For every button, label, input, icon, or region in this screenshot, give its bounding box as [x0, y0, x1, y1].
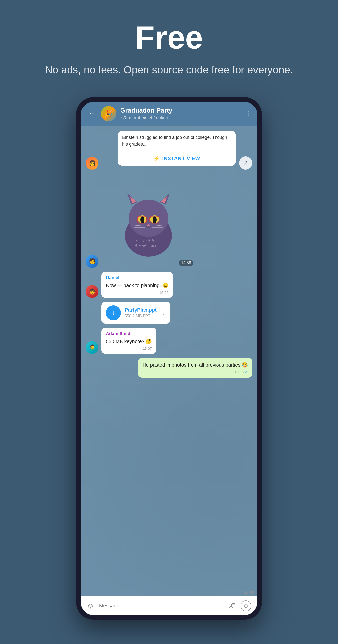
daniel-message-row: 👨 Daniel Now — back to planning. 😉 15:06 — [86, 272, 252, 298]
hero-section: Free No ads, no fees. Open source code f… — [0, 0, 338, 92]
group-avatar: 🎉 — [101, 106, 116, 121]
back-button[interactable]: ← — [87, 109, 97, 118]
hero-title: Free — [10, 20, 328, 55]
share-button[interactable]: ↗ — [239, 156, 252, 170]
file-size: 550.2 MB PPT — [125, 314, 157, 318]
phone-mockup: ← 🎉 Graduation Party 278 members, 42 onl… — [76, 97, 262, 620]
file-message-row: ↓ PartyPlan.ppt 550.2 MB PPT ⋮ 15:06 — [86, 302, 252, 324]
hero-subtitle: No ads, no fees. Open source code free f… — [10, 63, 328, 77]
svg-text:s = √r² + h²: s = √r² + h² — [136, 238, 155, 242]
group-name: Graduation Party — [120, 107, 241, 114]
attach-button[interactable]: 🖇 — [229, 602, 236, 610]
adam-text: 550 MB keynote? 🤔 — [106, 338, 152, 345]
iv-card-group: Einstein struggled to find a job out of … — [102, 131, 236, 170]
file-time: 15:06 — [245, 590, 254, 594]
message-input[interactable] — [99, 603, 224, 608]
sticker-container: t = πr² A = πr² + πrs V = l³ P = 2πr s =… — [101, 174, 195, 268]
avatar-male1: 🧑 — [86, 255, 98, 268]
sent-message-row: He pasted in photos from all previous pa… — [86, 358, 252, 378]
checkmark-icon: ✓ — [245, 370, 248, 374]
daniel-time: 15:06 — [106, 290, 169, 294]
avatar-male3: 👨‍🦱 — [86, 341, 98, 354]
adam-message-row: 👨‍🦱 Adam Smidt 550 MB keynote? 🤔 15:07 — [86, 328, 252, 354]
adam-sender: Adam Smidt — [106, 331, 152, 336]
download-button[interactable]: ↓ — [106, 306, 121, 320]
phone-outer: ← 🎉 Graduation Party 278 members, 42 onl… — [76, 97, 262, 620]
input-bar: ☺ 🖇 ⊙ — [81, 596, 257, 615]
svg-text:A = πr² + πrs: A = πr² + πrs — [135, 243, 156, 248]
sent-bubble: He pasted in photos from all previous pa… — [138, 358, 252, 378]
lightning-icon: ⚡ — [153, 155, 160, 162]
svg-point-1 — [129, 200, 168, 237]
sticker-row: 🧑 t = πr² A = πr² + πrs V = l³ P = 2πr s… — [86, 174, 252, 268]
adam-time: 15:07 — [106, 346, 152, 350]
daniel-sender: Daniel — [106, 275, 169, 280]
file-info: PartyPlan.ppt 550.2 MB PPT — [125, 307, 157, 318]
emoji-button[interactable]: ☺ — [87, 602, 94, 610]
instant-view-button[interactable]: ⚡ INSTANT VIEW — [118, 151, 236, 166]
avatar-female: 👩 — [86, 157, 98, 170]
daniel-bubble: Daniel Now — back to planning. 😉 15:06 — [101, 272, 173, 298]
chat-header: ← 🎉 Graduation Party 278 members, 42 onl… — [81, 102, 257, 126]
instant-view-row: 👩 Einstein struggled to find a job out o… — [86, 131, 252, 170]
cat-sticker-svg: s = √r² + h² A = πr² + πrs — [114, 184, 183, 258]
sticker-time: 14:58 — [179, 260, 193, 266]
file-name: PartyPlan.ppt — [125, 307, 157, 313]
avatar-male2: 👨 — [86, 285, 98, 298]
iv-article-text: Einstein struggled to find a job out of … — [118, 131, 236, 151]
camera-button[interactable]: ⊙ — [241, 600, 251, 611]
sent-text: He pasted in photos from all previous pa… — [143, 362, 248, 368]
group-status: 278 members, 42 online — [120, 115, 241, 120]
phone-inner: ← 🎉 Graduation Party 278 members, 42 onl… — [81, 102, 257, 615]
instant-view-card: Einstein struggled to find a job out of … — [118, 131, 236, 166]
svg-point-8 — [140, 216, 144, 224]
chat-area: 👩 Einstein struggled to find a job out o… — [81, 126, 257, 596]
sent-time: 15:08 ✓ — [143, 370, 248, 374]
file-bubble: ↓ PartyPlan.ppt 550.2 MB PPT ⋮ 15:06 — [101, 302, 170, 324]
instant-view-label: INSTANT VIEW — [162, 156, 200, 161]
svg-point-9 — [153, 216, 157, 224]
chat-header-info: Graduation Party 278 members, 42 online — [120, 107, 241, 120]
file-menu-button[interactable]: ⋮ — [161, 310, 166, 316]
more-options-button[interactable]: ⋮ — [245, 110, 251, 118]
adam-bubble: Adam Smidt 550 MB keynote? 🤔 15:07 — [101, 328, 156, 354]
daniel-text: Now — back to planning. 😉 — [106, 282, 169, 289]
